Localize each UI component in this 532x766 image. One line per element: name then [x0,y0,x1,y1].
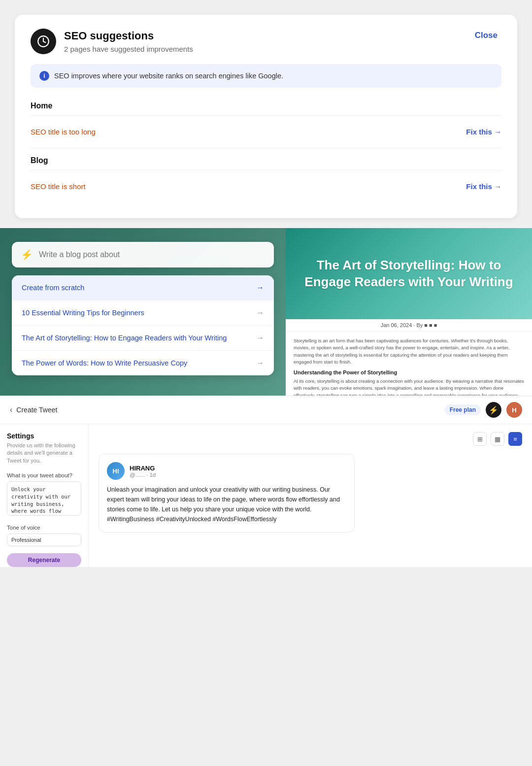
seo-header-left: SEO suggestions 2 pages have suggested i… [31,29,193,54]
section-divider [31,148,501,148]
ai-writer-section: ⚡ Create from scratch → 10 Essential Wri… [0,228,532,396]
user-avatar: H [506,402,522,418]
settings-subtitle: Provide us with the following details an… [7,442,81,465]
seo-section-home: Home SEO title is too long Fix this → [31,101,501,143]
seo-info-text: SEO improves where your website ranks on… [54,72,283,80]
seo-home-issue: SEO title is too long [31,128,96,136]
topic-label: What is your tweet about? [7,472,81,478]
suggestion-persuasive[interactable]: The Power of Words: How to Write Persuas… [12,351,274,375]
seo-icon [31,29,56,54]
tweet-card-header: HI HIRANG @...... · 1d [107,462,346,480]
tweet-topbar: ‹ Create Tweet Free plan ⚡ H [0,396,532,424]
seo-section-blog: Blog SEO title is short Fix this → [31,156,501,198]
seo-blog-issue-row: SEO title is short Fix this → [31,175,501,198]
seo-blog-issue: SEO title is short [31,182,86,191]
blog-card-image: The Art of Storytelling: How to Engage R… [286,228,532,319]
seo-title-block: SEO suggestions 2 pages have suggested i… [64,30,193,53]
seo-panel: SEO suggestions 2 pages have suggested i… [15,15,517,218]
back-arrow-icon[interactable]: ‹ [10,405,12,414]
blog-body-sub: At its core, storytelling is about creat… [294,378,524,396]
suggestion-arrow-2: → [256,333,264,342]
blog-card-title: The Art of Storytelling: How to Engage R… [296,257,522,291]
suggestion-label-0: Create from scratch [22,284,84,292]
tweet-page-title: Create Tweet [16,406,57,414]
blog-subheading: Understanding the Power of Storytelling [294,369,524,375]
fix-home-button[interactable]: Fix this → [466,128,501,136]
seo-header: SEO suggestions 2 pages have suggested i… [31,29,501,54]
tweet-username: HIRANG [130,465,156,472]
tweet-preview-panel: ⊞ ▦ ≡ HI HIRANG @...... · 1d Unleash you… [89,424,532,567]
tone-label: Tone of voice [7,525,81,531]
suggestion-arrow-3: → [256,359,264,367]
seo-section-blog-title: Blog [31,156,501,170]
tweet-card: HI HIRANG @...... · 1d Unleash your imag… [99,454,355,533]
tweet-body: Settings Provide us with the following d… [0,424,532,567]
seo-subtitle: 2 pages have suggested improvements [64,45,193,53]
fix-blog-button[interactable]: Fix this → [466,182,501,191]
regenerate-button[interactable]: Regenerate [7,553,81,567]
suggestion-label-2: The Art of Storytelling: How to Engage R… [22,334,227,342]
suggestion-arrow-0: → [256,283,264,292]
ai-search-input[interactable] [39,250,265,259]
seo-home-issue-row: SEO title is too long Fix this → [31,121,501,143]
suggestion-storytelling[interactable]: The Art of Storytelling: How to Engage R… [12,326,274,351]
tweet-preview-header: ⊞ ▦ ≡ [99,432,522,446]
blog-content-preview: Storytelling is an art form that has bee… [286,332,532,396]
ai-writer-panel: ⚡ Create from scratch → 10 Essential Wri… [0,228,286,396]
clock-icon [37,35,50,48]
free-plan-badge: Free plan [445,404,481,415]
tweet-topic-input[interactable]: Unlock your creativity with our writing … [7,481,81,516]
tweet-handle: @...... · 1d [130,472,156,478]
preview-icon-btn-3[interactable]: ≡ [508,432,522,446]
tweet-settings-panel: Settings Provide us with the following d… [0,424,89,567]
suggestion-arrow-1: → [256,308,264,317]
blog-card-preview: The Art of Storytelling: How to Engage R… [286,228,532,396]
close-button[interactable]: Close [471,29,501,42]
suggestion-writing-tips[interactable]: 10 Essential Writing Tips for Beginners … [12,300,274,326]
info-icon: i [39,71,49,81]
suggestion-create-scratch[interactable]: Create from scratch → [12,275,274,300]
tone-select[interactable]: Professional Casual Friendly [7,533,81,546]
bolt-icon: ⚡ [21,249,33,261]
ai-suggestions-list: Create from scratch → 10 Essential Writi… [12,275,274,375]
tweet-topbar-right: Free plan ⚡ H [445,402,522,418]
blog-body-intro: Storytelling is an art form that has bee… [294,337,524,366]
suggestion-label-3: The Power of Words: How to Write Persuas… [22,359,187,367]
preview-icon-btn-1[interactable]: ⊞ [473,432,487,446]
settings-title: Settings [7,432,81,440]
suggestion-label-1: 10 Essential Writing Tips for Beginners [22,309,144,317]
tweet-topbar-left: ‹ Create Tweet [10,405,57,414]
tweet-user-avatar: HI [107,462,125,480]
tweet-user-info: HIRANG @...... · 1d [130,465,156,478]
blog-meta: Jan 06, 2024 · By ■ ■ ■ [286,319,532,332]
seo-info-box: i SEO improves where your website ranks … [31,64,501,88]
preview-icon-btn-2[interactable]: ▦ [491,432,504,446]
tweet-panel: ‹ Create Tweet Free plan ⚡ H Settings Pr… [0,396,532,567]
seo-section-home-title: Home [31,101,501,116]
tweet-text: Unleash your imagination and unlock your… [107,485,346,524]
seo-title: SEO suggestions [64,30,193,42]
ai-search-bar[interactable]: ⚡ [12,242,274,267]
bolt-button[interactable]: ⚡ [486,402,501,418]
